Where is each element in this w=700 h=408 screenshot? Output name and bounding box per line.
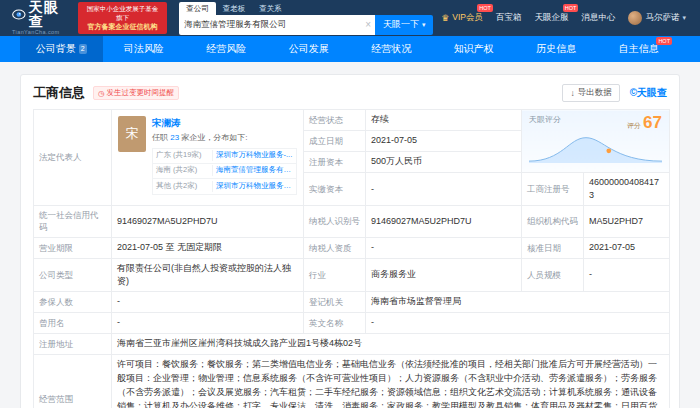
score-marker-dot xyxy=(606,149,611,154)
nav-company-development[interactable]: 公司发展 xyxy=(268,36,351,62)
hot-badge: HOT xyxy=(656,37,672,45)
region-company-link[interactable]: 深圳市万科物业服务-... xyxy=(213,150,296,161)
insured-value: - xyxy=(112,291,304,312)
staff-size-label: 人员规模 xyxy=(522,258,584,291)
count-badge: 2 xyxy=(79,44,87,55)
business-scope-label: 经营范围 xyxy=(34,354,112,408)
search-button[interactable]: 天眼一下 ▾ xyxy=(375,15,433,35)
status-label: 经营状态 xyxy=(304,110,366,131)
search-input[interactable] xyxy=(179,15,361,35)
card-header: 工商信息 ◷ 发生过变更时间提醒 ↓ 导出数据 ©天眼查 xyxy=(21,75,679,109)
region-company-link[interactable]: 海南萱僖管理服务有限公司 xyxy=(213,165,296,176)
gov-certification-badge: 国家中小企业发展子基金旗下 官方备案企业征信机构 xyxy=(78,2,167,34)
region-name: 其他 (共2家) xyxy=(153,181,213,192)
tab-search-boss[interactable]: 查老板 xyxy=(216,2,253,15)
address-label: 注册地址 xyxy=(34,333,112,354)
legal-rep-name-link[interactable]: 宋澜涛 xyxy=(152,116,181,130)
capital-label: 注册资本 xyxy=(304,152,366,173)
region-name: 广东 (共19家) xyxy=(153,150,213,161)
region-row: 海南 (共2家) 海南萱僖管理服务有限公司 xyxy=(153,164,296,179)
region-distribution: 广东 (共19家) 深圳市万科物业服务-... 海南 (共2家) 海南萱僖管理服… xyxy=(152,148,297,195)
hot-badge: HOT xyxy=(563,4,579,12)
legal-rep-summary: 任职 23 家企业，分布如下: xyxy=(152,132,297,144)
company-type-label: 公司类型 xyxy=(34,258,112,291)
reg-no-value: 460000004084173 xyxy=(584,173,670,206)
tianyancha-logo-icon xyxy=(12,7,26,22)
established-value: 2021-07-05 xyxy=(366,131,522,152)
taxpayer-quality-label: 纳税人资质 xyxy=(304,237,366,258)
nav-judicial-risk[interactable]: 司法风险 xyxy=(103,36,186,62)
menu-enterprise-services[interactable]: 天眼企服 HOT xyxy=(534,12,568,24)
main-content: 工商信息 ◷ 发生过变更时间提醒 ↓ 导出数据 ©天眼查 xyxy=(0,62,700,408)
change-reminder-badge[interactable]: ◷ 发生过变更时间提醒 xyxy=(93,86,179,100)
status-value: 存续 xyxy=(366,110,522,131)
tianyancha-page: 天眼查 TianYanCha.com 国家中小企业发展子基金旗下 官方备案企业征… xyxy=(0,0,700,408)
paid-capital-value: - xyxy=(366,173,522,206)
insured-label: 参保人数 xyxy=(34,291,112,312)
company-count-link[interactable]: 23 xyxy=(170,133,179,142)
search-tabs: 查公司 查老板 查关系 xyxy=(179,2,433,15)
taxpayer-id-value: 91469027MA5U2PHD7U xyxy=(366,206,522,238)
reg-no-label: 工商注册号 xyxy=(522,173,584,206)
taxpayer-quality-value: - xyxy=(366,237,522,258)
nav-history-info[interactable]: 历史信息 xyxy=(515,36,598,62)
legal-rep-cell: 宋 宋澜涛 任职 23 家企业，分布如下: 广东 (共19家) 深圳市万科物业服… xyxy=(112,110,304,206)
top-header: 天眼查 TianYanCha.com 国家中小企业发展子基金旗下 官方备案企业征… xyxy=(0,0,700,36)
paid-capital-label: 实缴资本 xyxy=(304,173,366,206)
industry-value: 商务服务业 xyxy=(366,258,522,291)
legal-rep-avatar[interactable]: 宋 xyxy=(118,116,146,152)
hot-badge: HOT xyxy=(477,4,493,12)
business-scope-value: 许可项目：餐饮服务；餐饮服务；第二类增值电信业务；基础电信业务（依法须经批准的项… xyxy=(112,354,670,408)
staff-size-value: - xyxy=(584,258,670,291)
capital-value: 500万人民币 xyxy=(366,152,522,173)
taxpayer-id-label: 纳税人识别号 xyxy=(304,206,366,238)
nav-intellectual-property[interactable]: 知识产权 xyxy=(433,36,516,62)
tianyancha-score-panel[interactable]: 天眼评分 评分 67 xyxy=(522,110,670,173)
established-label: 成立日期 xyxy=(304,131,366,152)
term-label: 营业期限 xyxy=(34,237,112,258)
menu-messages[interactable]: 消息中心 xyxy=(581,12,615,24)
region-name: 海南 (共2家) xyxy=(153,165,213,176)
nav-company-background[interactable]: 公司背景2 xyxy=(20,36,103,62)
company-section-nav: 公司背景2 司法风险 经营风险 公司发展 经营状况 知识产权 历史信息 自主信息… xyxy=(0,36,700,62)
logo-subtitle: TianYanCha.com xyxy=(12,30,70,36)
user-menu[interactable]: 马尔萨诺 ▾ xyxy=(628,11,686,25)
approval-date-value: 2021-07-05 xyxy=(584,237,670,258)
nav-operation-status[interactable]: 经营状况 xyxy=(350,36,433,62)
english-name-value: - xyxy=(366,312,670,333)
region-row: 其他 (共2家) 深圳市万科物业服务有限公司 xyxy=(153,179,296,194)
authority-value: 海南省市场监督管理局 xyxy=(366,291,670,312)
tianyancha-watermark: ©天眼查 xyxy=(630,86,667,100)
tianyancha-logo[interactable]: 天眼查 TianYanCha.com xyxy=(12,0,70,36)
business-info-card: 工商信息 ◷ 发生过变更时间提醒 ↓ 导出数据 ©天眼查 xyxy=(20,74,680,408)
org-code-value: MA5U2PHD7 xyxy=(584,206,670,238)
approval-date-label: 核准日期 xyxy=(522,237,584,258)
menu-toolbox[interactable]: 百宝箱 xyxy=(496,12,522,24)
user-avatar xyxy=(628,11,642,25)
menu-vip[interactable]: ♛ VIP会员 HOT xyxy=(441,12,483,24)
credit-code-value: 91469027MA5U2PHD7U xyxy=(112,206,304,238)
score-caption: 评分 xyxy=(627,121,641,131)
export-data-button[interactable]: ↓ 导出数据 xyxy=(562,84,619,102)
top-menu: ♛ VIP会员 HOT 百宝箱 天眼企服 HOT 消息中心 马尔萨诺 ▾ xyxy=(441,11,690,25)
crown-icon: ♛ xyxy=(441,13,449,23)
clear-search-icon[interactable]: × xyxy=(361,15,375,35)
download-icon: ↓ xyxy=(570,88,574,98)
search-area: 查公司 查老板 查关系 × 天眼一下 ▾ xyxy=(179,2,433,35)
nav-self-info[interactable]: 自主信息HOT xyxy=(598,36,681,62)
nav-operation-risk[interactable]: 经营风险 xyxy=(185,36,268,62)
chevron-down-icon: ▾ xyxy=(422,21,426,29)
org-code-label: 组织机构代码 xyxy=(522,206,584,238)
section-title: 工商信息 xyxy=(33,84,85,102)
tab-search-relation[interactable]: 查关系 xyxy=(252,2,289,15)
region-company-link[interactable]: 深圳市万科物业服务有限公司 xyxy=(213,181,296,192)
logo-text: 天眼查 xyxy=(29,0,70,28)
former-name-value: - xyxy=(112,312,304,333)
credit-code-label: 统一社会信用代码 xyxy=(34,206,112,238)
score-value: 67 xyxy=(643,114,662,131)
authority-label: 登记机关 xyxy=(304,291,366,312)
tab-search-company[interactable]: 查公司 xyxy=(179,2,216,15)
former-name-label: 曾用名 xyxy=(34,312,112,333)
clock-icon: ◷ xyxy=(98,89,105,98)
term-value: 2021-07-05 至 无固定期限 xyxy=(112,237,304,258)
